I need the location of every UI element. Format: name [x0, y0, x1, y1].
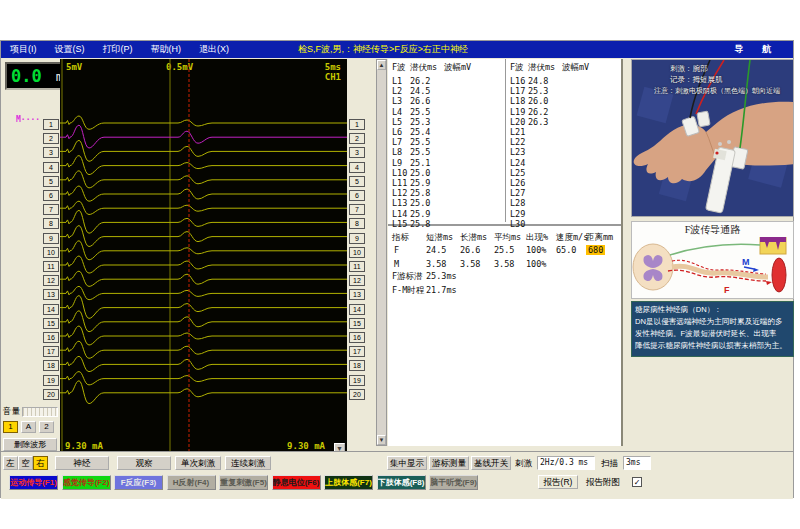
fwave-results-table: F波潜伏ms波幅mVF波潜伏ms波幅mVL126.2L224.5L326.6L4… [388, 59, 623, 446]
ftable-row-label: L16 [510, 76, 525, 86]
navigation-button[interactable]: 导 航 [734, 43, 779, 56]
trace-number-15[interactable]: 15 [349, 318, 365, 329]
mode-button-1[interactable]: 神经 [55, 456, 109, 470]
trace-number-12[interactable]: 12 [349, 275, 365, 286]
ftable-row-latency: 25.8 [410, 219, 430, 229]
function-button-f2[interactable]: 感觉传导(F2) [62, 475, 111, 490]
ftable-row-label: L2 [392, 86, 402, 96]
trace-number-14[interactable]: 14 [43, 304, 59, 315]
trace-number-17[interactable]: 17 [43, 346, 59, 357]
trace-number-13[interactable]: 13 [349, 289, 365, 300]
scroll-up-icon[interactable]: ▲ [377, 60, 386, 70]
trace-number-9[interactable]: 9 [43, 233, 59, 244]
function-button-f8[interactable]: 下肢体感(F8) [377, 475, 426, 490]
trace-number-1[interactable]: 1 [43, 119, 59, 130]
ftable-header-latency: 潜伏ms [410, 62, 437, 74]
stim-input[interactable]: 2Hz/0.3 ms [537, 456, 595, 470]
report-button[interactable]: 报告(R) [538, 475, 578, 489]
mode-button-2[interactable]: 观察 [117, 456, 171, 470]
trace-number-2[interactable]: 2 [349, 133, 365, 144]
trace-number-4[interactable]: 4 [43, 162, 59, 173]
pathway-diagram: F M [632, 237, 793, 299]
channel-button-2[interactable]: 2 [39, 421, 54, 433]
trace-number-10[interactable]: 10 [43, 247, 59, 258]
trace-number-2[interactable]: 2 [43, 133, 59, 144]
emg-trace-19 [60, 372, 347, 385]
menu-item-4[interactable]: 帮助(H) [142, 43, 191, 56]
ftable-row-label: L11 [392, 178, 407, 188]
mode-button-3[interactable]: 单次刺激 [175, 456, 221, 470]
table-scrollbar[interactable]: ▲ ▼ [376, 59, 387, 446]
trace-number-18[interactable]: 18 [349, 360, 365, 371]
summary-header: 长潜ms [460, 232, 487, 244]
trace-number-3[interactable]: 3 [43, 147, 59, 158]
emg-trace-14 [60, 296, 347, 319]
function-button-f1[interactable]: 运动传导(F1) [9, 475, 58, 490]
summary-header: 距离mm [586, 232, 613, 244]
display-button-2[interactable]: 游标测量 [429, 456, 469, 470]
photo-caption-stimulation: 刺激：腕部 [670, 63, 708, 74]
trace-number-7[interactable]: 7 [43, 204, 59, 215]
summary-cell: 24.5 [426, 245, 446, 255]
channel-button-1[interactable]: 1 [3, 421, 18, 433]
waveform-display[interactable]: 5mV 0.5mV 5ms CH1 9.30 mA 9.30 mA ▼ [60, 59, 347, 456]
channel-button-A[interactable]: A [21, 421, 36, 433]
mode-button-4[interactable]: 连续刺激 [225, 456, 271, 470]
trace-number-7[interactable]: 7 [349, 204, 365, 215]
trace-number-1[interactable]: 1 [349, 119, 365, 130]
function-button-f3[interactable]: F反应(F3) [114, 475, 163, 490]
trace-number-5[interactable]: 5 [43, 176, 59, 187]
summary-extra-value: 21.7ms [426, 285, 457, 295]
trace-number-17[interactable]: 17 [349, 346, 365, 357]
trace-number-12[interactable]: 12 [43, 275, 59, 286]
delete-waveform-button[interactable]: 删除波形 [3, 438, 57, 451]
function-button-f4[interactable]: H反射(F4) [167, 475, 216, 490]
menu-item-1[interactable]: 项目(I) [1, 43, 46, 56]
function-button-f5[interactable]: 重复刺激(F5) [219, 475, 268, 490]
menu-item-2[interactable]: 设置(S) [46, 43, 94, 56]
volume-slider[interactable] [22, 407, 58, 417]
trace-number-16[interactable]: 16 [349, 332, 365, 343]
menu-item-3[interactable]: 打印(P) [94, 43, 142, 56]
trace-number-16[interactable]: 16 [43, 332, 59, 343]
ftable-row-label: L13 [392, 198, 407, 208]
trace-number-14[interactable]: 14 [349, 304, 365, 315]
exam-breadcrumb: 检S,F波,男,：神经传导>F反应>右正中神经 [298, 43, 468, 56]
trace-number-3[interactable]: 3 [349, 147, 365, 158]
report-attach-checkbox[interactable]: ✓ [632, 477, 642, 487]
display-button-3[interactable]: 基线开关 [471, 456, 511, 470]
trace-number-11[interactable]: 11 [43, 261, 59, 272]
function-button-f7[interactable]: 上肢体感(F7) [324, 475, 373, 490]
trace-number-6[interactable]: 6 [349, 190, 365, 201]
display-button-1[interactable]: 集中显示 [387, 456, 427, 470]
sweep-input[interactable]: 3ms [623, 456, 651, 470]
trace-number-18[interactable]: 18 [43, 360, 59, 371]
function-button-f9[interactable]: 脑干听觉(F9) [429, 475, 478, 490]
menu-item-5[interactable]: 退出(X) [190, 43, 238, 56]
volume-control: 音量 [3, 406, 58, 418]
stim-label: 刺激 [515, 458, 532, 470]
trace-number-11[interactable]: 11 [349, 261, 365, 272]
trace-number-8[interactable]: 8 [349, 218, 365, 229]
trace-number-10[interactable]: 10 [349, 247, 365, 258]
summary-cell: 3.58 [460, 259, 480, 269]
trace-number-5[interactable]: 5 [349, 176, 365, 187]
trace-number-20[interactable]: 20 [43, 389, 59, 400]
trace-number-20[interactable]: 20 [349, 389, 365, 400]
ftable-row-latency: 25.3 [528, 86, 548, 96]
trace-number-8[interactable]: 8 [43, 218, 59, 229]
trace-number-19[interactable]: 19 [43, 375, 59, 386]
side-button-1[interactable]: 左 [3, 456, 18, 470]
summary-cell: 65.0 [556, 245, 576, 255]
side-button-3[interactable]: 右 [33, 456, 48, 470]
scroll-down-icon[interactable]: ▼ [377, 435, 386, 445]
trace-number-6[interactable]: 6 [43, 190, 59, 201]
side-button-2[interactable]: 空 [18, 456, 33, 470]
trace-number-19[interactable]: 19 [349, 375, 365, 386]
function-button-f6[interactable]: 静息电位(F6) [272, 475, 321, 490]
trace-number-4[interactable]: 4 [349, 162, 365, 173]
summary-cell: 25.5 [494, 245, 514, 255]
trace-number-9[interactable]: 9 [349, 233, 365, 244]
trace-number-13[interactable]: 13 [43, 289, 59, 300]
trace-number-15[interactable]: 15 [43, 318, 59, 329]
